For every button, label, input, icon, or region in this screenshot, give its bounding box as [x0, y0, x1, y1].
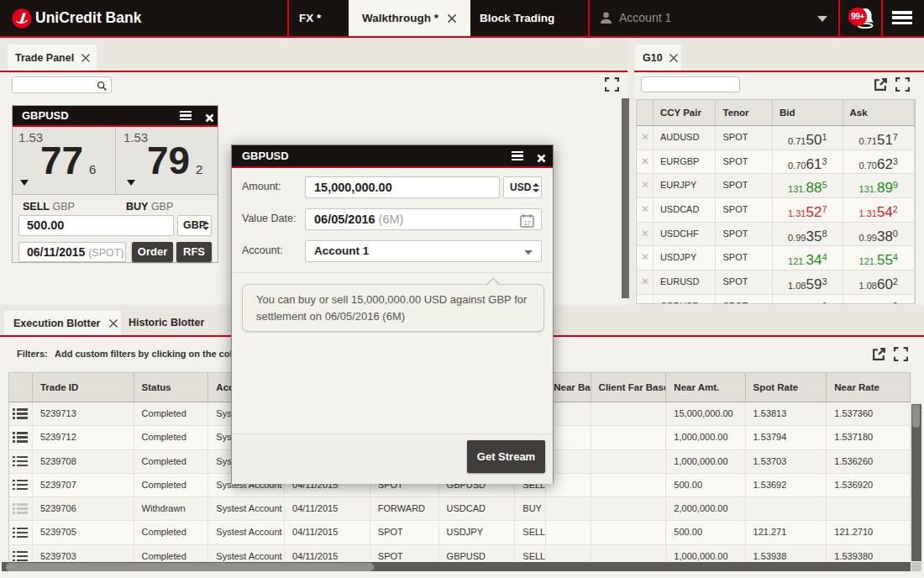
search-input[interactable] [641, 76, 740, 92]
tab-historic-blotter[interactable]: Historic Blotter [129, 311, 204, 335]
bid-price-cell[interactable]: 131.885 [773, 174, 843, 197]
value-date-input[interactable]: 06/05/2016 (6M) 17 [305, 208, 542, 230]
close-icon[interactable] [81, 53, 91, 63]
g10-row-USDCHF[interactable]: ✕USDCHFSPOT0.993580.99380 [637, 223, 915, 247]
tab-trade-panel[interactable]: Trade Panel [8, 45, 97, 71]
ask-price-cell[interactable]: 121.554 [843, 246, 915, 270]
close-icon[interactable] [669, 53, 679, 63]
row-menu-icon[interactable] [9, 426, 33, 449]
menu-button[interactable] [892, 11, 912, 25]
close-icon[interactable] [537, 151, 546, 166]
currency-select[interactable]: USD [503, 176, 542, 198]
ask-price-cell[interactable]: 1.31542 [843, 198, 915, 222]
account-label: Account: [242, 244, 283, 256]
value-date-input[interactable]: 06/11/2015 (SPOT) [18, 242, 126, 262]
g10-row-USDJPY[interactable]: ✕USDJPYSPOT121.344121.554 [637, 246, 915, 271]
g10-row-EURUSD[interactable]: ✕EURUSDSPOT1.085931.08602 [637, 271, 915, 295]
g10-row-GBPUSD[interactable]: ✕GBPUSDSPOT1.537761.53792 [637, 295, 915, 304]
close-icon[interactable] [447, 13, 457, 24]
g10-row-AUDUSD[interactable]: ✕AUDUSDSPOT0.715010.71517 [637, 126, 915, 150]
buy-price-tile[interactable]: 1.53 79 2 [115, 127, 218, 194]
get-stream-button[interactable]: Get Stream [467, 440, 545, 473]
bid-price-cell[interactable]: 1.08593 [773, 271, 843, 294]
maximize-icon[interactable] [605, 77, 619, 92]
row-menu-icon[interactable] [9, 545, 33, 561]
bid-price-cell[interactable]: 0.70613 [773, 150, 843, 174]
account-cell: Systest Account [208, 497, 285, 520]
blotter-column-header[interactable]: Trade ID [33, 373, 134, 402]
close-icon[interactable] [205, 111, 214, 126]
g10-row-USDCAD[interactable]: ✕USDCADSPOT1.315271.31542 [637, 198, 915, 223]
notifications-button[interactable]: 99+ [843, 4, 879, 33]
g10-column-header[interactable] [637, 100, 654, 125]
g10-column-header[interactable]: CCY Pair [654, 100, 717, 125]
remove-row-icon[interactable]: ✕ [637, 295, 654, 304]
row-menu-icon[interactable] [9, 497, 33, 520]
scrollbar-thumb[interactable] [912, 405, 920, 428]
remove-row-icon[interactable]: ✕ [637, 198, 654, 222]
tab-g10[interactable]: G10 [635, 45, 681, 71]
bid-price-cell[interactable]: 0.71501 [773, 126, 843, 150]
dialog-header[interactable]: GBPUSD [232, 145, 553, 166]
ask-price-cell[interactable]: 0.70623 [843, 150, 915, 174]
bid-price-cell[interactable]: 121.344 [773, 246, 843, 270]
row-menu-icon[interactable] [9, 474, 33, 497]
g10-row-EURGBP[interactable]: ✕EURGBPSPOT0.706130.70623 [637, 150, 915, 175]
close-icon[interactable] [108, 318, 118, 328]
order-button[interactable]: Order [132, 242, 173, 262]
scrollbar-thumb[interactable] [6, 563, 374, 571]
amount-input[interactable]: 15,000,000.00 [305, 176, 500, 198]
ask-price-cell[interactable]: 131.899 [843, 174, 915, 197]
blotter-column-header[interactable]: Spot Rate [746, 373, 827, 402]
top-tab-fx[interactable]: FX * [289, 0, 349, 36]
sell-price-tile[interactable]: 1.53 77 6 [13, 127, 115, 194]
top-tab-block-trading[interactable]: Block Trading [470, 0, 588, 36]
g10-row-EURJPY[interactable]: ✕EURJPYSPOT131.885131.899 [637, 174, 915, 198]
remove-row-icon[interactable]: ✕ [637, 150, 654, 174]
ask-price-cell[interactable]: 1.08602 [843, 271, 915, 294]
g10-column-header[interactable]: Bid [773, 100, 843, 125]
blotter-column-header[interactable]: Client Far Base Amt. [591, 373, 667, 402]
top-tab-walkthrough[interactable]: Walkthrough * [349, 0, 470, 36]
rfs-button[interactable]: RFS [176, 242, 212, 262]
remove-row-icon[interactable]: ✕ [637, 246, 654, 270]
remove-row-icon[interactable]: ✕ [637, 174, 654, 197]
ask-price-cell[interactable]: 0.99380 [843, 223, 915, 246]
remove-row-icon[interactable]: ✕ [637, 223, 654, 246]
maximize-icon[interactable] [894, 347, 908, 361]
blotter-column-header[interactable]: Near Rate [827, 373, 911, 402]
popout-icon[interactable] [872, 347, 886, 361]
blotter-column-header[interactable] [9, 373, 33, 402]
g10-column-header[interactable]: Ask [843, 100, 915, 125]
amount-input[interactable]: 500.00 [18, 215, 174, 236]
ask-price-cell[interactable]: 0.71517 [843, 126, 915, 150]
remove-row-icon[interactable]: ✕ [637, 271, 654, 294]
tab-execution-blotter[interactable]: Execution Blotter [4, 311, 121, 335]
bid-price-cell[interactable]: 1.53776 [773, 295, 843, 304]
blotter-column-header[interactable]: Status [134, 373, 209, 402]
row-menu-icon[interactable] [9, 521, 33, 544]
popout-icon[interactable] [874, 77, 888, 92]
horizontal-scrollbar[interactable] [2, 562, 911, 571]
vertical-scrollbar[interactable] [622, 98, 629, 298]
bid-price-cell[interactable]: 1.31527 [773, 198, 843, 222]
row-menu-icon[interactable] [9, 402, 33, 425]
search-input[interactable] [12, 76, 112, 93]
vertical-scrollbar[interactable] [911, 404, 921, 561]
maximize-icon[interactable] [895, 77, 910, 92]
bid-price-cell[interactable]: 0.99358 [773, 223, 843, 246]
menu-icon[interactable] [512, 151, 523, 160]
dealt-currency-select[interactable]: GBP [177, 215, 212, 236]
account-select[interactable]: Account 1 [305, 240, 542, 262]
blotter-column-header[interactable]: Near Amt. [666, 373, 745, 402]
calendar-icon[interactable]: 17 [519, 213, 535, 230]
account-selector[interactable]: Account 1 [588, 0, 838, 36]
blotter-row-5239703[interactable]: 5239703CompletedSystest Account04/11/201… [9, 545, 911, 561]
blotter-row-5239706[interactable]: 5239706WithdrawnSystest Account04/11/201… [9, 497, 911, 521]
remove-row-icon[interactable]: ✕ [637, 126, 654, 150]
menu-icon[interactable] [180, 111, 192, 120]
ask-price-cell[interactable]: 1.53792 [843, 295, 915, 304]
blotter-row-5239705[interactable]: 5239705CompletedSystest Account04/11/201… [9, 521, 911, 544]
row-menu-icon[interactable] [9, 450, 33, 473]
g10-column-header[interactable]: Tenor [716, 100, 773, 125]
